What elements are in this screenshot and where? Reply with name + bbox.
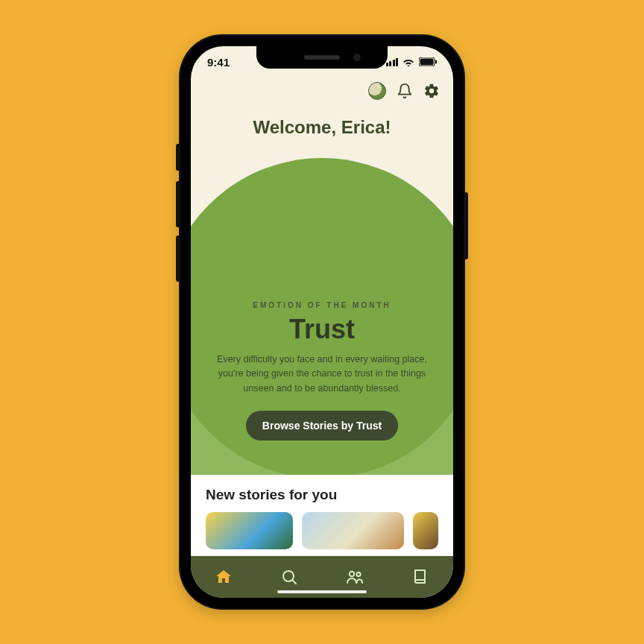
svg-rect-1 <box>420 59 434 66</box>
avatar[interactable] <box>368 82 386 100</box>
notch <box>256 46 388 69</box>
nav-library[interactable] <box>388 556 453 598</box>
front-camera <box>353 54 361 61</box>
new-stories-title: New stories for you <box>206 487 438 503</box>
hero-emotion: Trust <box>289 314 355 345</box>
status-time: 9:41 <box>207 56 230 69</box>
screen: 9:41 Welcome, Erica! EMOTION <box>191 46 453 598</box>
volume-down-button[interactable] <box>176 236 180 282</box>
wifi-icon <box>402 57 414 66</box>
story-card[interactable] <box>413 512 438 549</box>
story-card[interactable] <box>302 512 404 549</box>
svg-line-4 <box>292 580 296 584</box>
home-icon <box>215 568 233 586</box>
gear-icon[interactable] <box>423 83 440 99</box>
home-indicator[interactable] <box>277 590 367 593</box>
power-button[interactable] <box>464 192 468 259</box>
browse-stories-button[interactable]: Browse Stories by Trust <box>246 411 398 441</box>
story-card[interactable] <box>206 512 293 549</box>
volume-up-button[interactable] <box>176 181 180 227</box>
new-stories-section: New stories for you <box>191 475 453 561</box>
hero-description: Every difficulty you face and in every w… <box>214 353 430 396</box>
search-icon <box>280 568 298 586</box>
hero-kicker: EMOTION OF THE MONTH <box>253 301 391 309</box>
nav-home[interactable] <box>191 556 256 598</box>
bell-icon[interactable] <box>397 83 413 99</box>
svg-point-5 <box>350 572 354 576</box>
people-icon <box>345 568 364 586</box>
svg-point-6 <box>356 572 360 576</box>
hero: EMOTION OF THE MONTH Trust Every difficu… <box>191 143 453 493</box>
phone-frame: 9:41 Welcome, Erica! EMOTION <box>180 36 464 608</box>
book-icon <box>412 568 429 586</box>
battery-icon <box>419 57 437 66</box>
mute-switch[interactable] <box>176 144 180 171</box>
welcome-heading: Welcome, Erica! <box>191 117 453 138</box>
story-cards-row[interactable] <box>206 512 438 549</box>
svg-rect-2 <box>435 60 437 64</box>
cellular-signal-icon <box>386 58 399 66</box>
speaker-grille <box>304 55 340 60</box>
